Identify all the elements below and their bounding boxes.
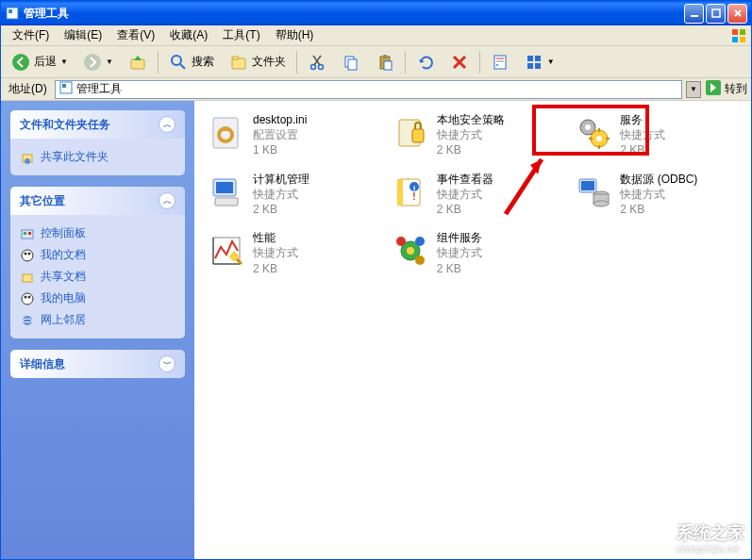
svg-rect-6 [732, 29, 738, 35]
folders-label: 文件夹 [252, 54, 286, 70]
place-control-panel[interactable]: 控制面板 [20, 222, 175, 244]
place-shared-docs[interactable]: 共享文档 [20, 266, 175, 288]
svg-rect-47 [23, 274, 32, 282]
maximize-button[interactable] [706, 4, 726, 24]
item-performance[interactable]: 性能快捷方式2 KB [202, 226, 376, 280]
folders-icon [229, 53, 248, 72]
tasks-title: 文件和文件夹任务 [20, 117, 110, 133]
svg-rect-43 [28, 232, 31, 235]
svg-rect-3 [712, 9, 720, 17]
item-event-viewer[interactable]: i! 事件查看器快捷方式2 KB [386, 168, 560, 222]
address-value: 管理工具 [76, 81, 122, 97]
svg-line-20 [313, 56, 320, 65]
content-area[interactable]: desktop.ini配置设置1 KB 本地安全策略快捷方式2 KB 服务快捷方… [194, 101, 751, 559]
back-button[interactable]: 后退 ▼ [5, 49, 75, 75]
address-icon [59, 81, 73, 97]
svg-rect-90 [652, 540, 660, 550]
svg-point-13 [172, 56, 181, 65]
close-button[interactable] [727, 4, 747, 24]
chevron-down-icon: ﹀ [159, 355, 175, 372]
task-share-folder[interactable]: 共享此文件夹 [20, 146, 175, 168]
watermark-icon [641, 525, 671, 552]
item-desktop-ini[interactable]: desktop.ini配置设置1 KB [202, 108, 376, 162]
svg-rect-2 [691, 15, 698, 17]
svg-rect-7 [740, 29, 745, 35]
go-button[interactable]: 转到 [705, 79, 747, 99]
menu-file[interactable]: 文件(F) [5, 25, 57, 45]
svg-rect-42 [24, 232, 26, 235]
place-my-documents[interactable]: 我的文档 [20, 244, 175, 266]
svg-point-87 [415, 255, 425, 265]
svg-rect-57 [412, 129, 424, 142]
address-dropdown[interactable]: ▼ [686, 81, 701, 98]
properties-button[interactable] [484, 49, 516, 75]
cut-button[interactable] [301, 49, 333, 75]
svg-point-17 [310, 64, 315, 69]
toolbar: 后退 ▼ ▼ 搜索 文件夹 ▼ [1, 46, 751, 78]
folders-button[interactable]: 文件夹 [223, 49, 292, 75]
details-header[interactable]: 详细信息 ﹀ [10, 350, 185, 378]
go-label: 转到 [725, 81, 747, 97]
svg-point-45 [25, 252, 27, 255]
search-button[interactable]: 搜索 [162, 49, 221, 75]
toolbar-separator [405, 51, 406, 74]
place-network[interactable]: 网上邻居 [20, 309, 175, 331]
svg-rect-12 [131, 59, 144, 69]
views-button[interactable]: ▼ [518, 49, 561, 75]
addressbar: 地址(D) 管理工具 ▼ 转到 [1, 78, 751, 101]
task-label: 共享此文件夹 [41, 149, 109, 165]
svg-rect-41 [22, 230, 33, 239]
minimize-button[interactable] [684, 4, 704, 24]
documents-icon [20, 248, 35, 263]
item-local-security[interactable]: 本地安全策略快捷方式2 KB [386, 108, 560, 162]
control-panel-icon [20, 226, 35, 241]
menu-tools[interactable]: 工具(T) [215, 25, 267, 45]
paste-button[interactable] [369, 49, 401, 75]
ini-file-icon [206, 112, 247, 154]
dropdown-icon: ▼ [60, 58, 68, 66]
security-icon [390, 112, 431, 154]
services-icon [573, 112, 614, 154]
folder-up-icon [128, 53, 147, 72]
chevron-up-icon: ︿ [159, 116, 175, 133]
place-my-computer[interactable]: 我的电脑 [20, 288, 175, 309]
menu-help[interactable]: 帮助(H) [268, 25, 322, 45]
svg-rect-24 [383, 55, 387, 58]
undo-icon [416, 53, 435, 72]
forward-button[interactable]: ▼ [76, 49, 120, 75]
details-title: 详细信息 [20, 356, 65, 372]
svg-point-48 [22, 293, 33, 305]
copy-button[interactable] [335, 49, 367, 75]
undo-button[interactable] [409, 49, 442, 75]
svg-rect-34 [527, 63, 533, 69]
delete-button[interactable] [443, 49, 476, 75]
item-odbc[interactable]: 数据源 (ODBC)快捷方式2 KB [569, 168, 744, 222]
window-icon [5, 6, 20, 21]
svg-rect-33 [535, 56, 541, 61]
svg-rect-15 [232, 58, 245, 69]
places-title: 其它位置 [20, 193, 65, 209]
svg-point-11 [84, 54, 101, 71]
event-viewer-icon: i! [390, 172, 431, 213]
go-icon [705, 79, 722, 99]
component-icon [390, 230, 431, 272]
address-input[interactable]: 管理工具 [55, 80, 682, 99]
explorer-window: 管理工具 文件(F) 编辑(E) 查看(V) 收藏(A) 工具(T) 帮助(H)… [0, 0, 752, 560]
menu-view[interactable]: 查看(V) [109, 25, 162, 45]
item-services[interactable]: 服务快捷方式2 KB [569, 108, 744, 162]
menu-favorites[interactable]: 收藏(A) [162, 25, 215, 45]
menu-edit[interactable]: 编辑(E) [57, 25, 109, 45]
svg-point-46 [28, 252, 31, 255]
svg-rect-1 [8, 9, 12, 13]
item-computer-mgmt[interactable]: 计算机管理快捷方式2 KB [202, 168, 376, 222]
up-button[interactable] [122, 49, 154, 75]
svg-rect-25 [384, 61, 392, 70]
titlebar[interactable]: 管理工具 [1, 1, 751, 25]
item-component-services[interactable]: 组件服务快捷方式2 KB [386, 226, 560, 280]
svg-point-49 [25, 295, 27, 298]
svg-rect-53 [213, 118, 238, 148]
paste-icon [376, 53, 394, 72]
tasks-header[interactable]: 文件和文件夹任务 ︿ [10, 110, 185, 139]
chevron-up-icon: ︿ [159, 192, 175, 209]
places-header[interactable]: 其它位置 ︿ [10, 187, 185, 215]
